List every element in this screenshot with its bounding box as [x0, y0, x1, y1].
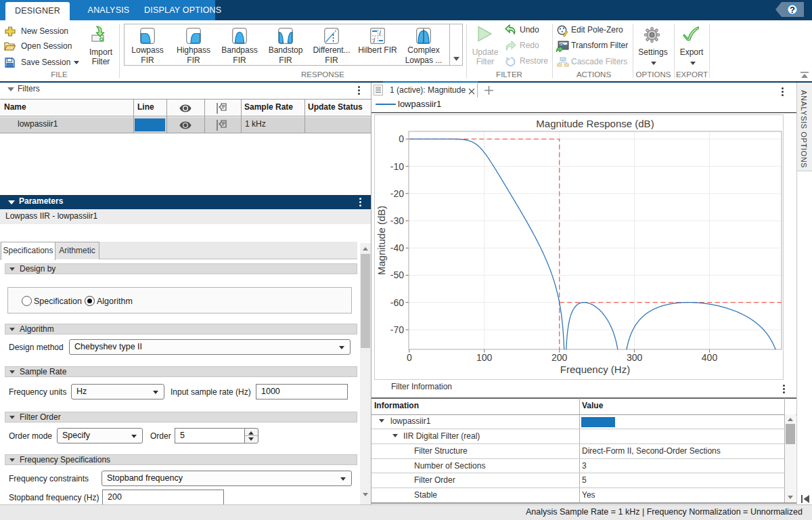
svg-text:Magnitude (dB): Magnitude (dB): [376, 206, 387, 276]
svg-text:-20: -20: [390, 188, 404, 199]
svg-text:Magnitude Response (dB): Magnitude Response (dB): [536, 118, 654, 129]
svg-text:Frequency (Hz): Frequency (Hz): [560, 364, 630, 375]
svg-text:-40: -40: [390, 242, 404, 253]
svg-text:300: 300: [627, 352, 643, 363]
svg-text:-70: -70: [390, 324, 404, 335]
svg-text:100: 100: [476, 352, 493, 363]
svg-text:-10: -10: [390, 161, 404, 172]
svg-text:-60: -60: [390, 297, 404, 308]
svg-text:200: 200: [551, 352, 568, 363]
svg-text:0: 0: [407, 352, 412, 363]
svg-text:400: 400: [702, 352, 718, 363]
svg-text:0: 0: [399, 133, 404, 144]
svg-text:-30: -30: [390, 215, 404, 226]
svg-text:?: ?: [790, 5, 795, 15]
svg-text:-50: -50: [390, 269, 404, 280]
